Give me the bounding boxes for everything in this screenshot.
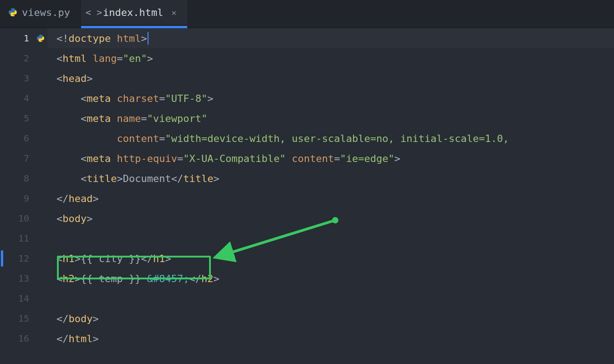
line-number: 2 <box>0 48 34 68</box>
line-number: 6 <box>0 128 34 148</box>
code-line[interactable]: <title>Document</title> <box>47 168 614 188</box>
tab-label: views.py <box>22 7 70 18</box>
code-line[interactable]: <meta name="viewport" <box>47 108 614 128</box>
gutter-icons <box>34 28 47 364</box>
line-number: 14 <box>0 288 34 308</box>
line-number: 15 <box>0 308 34 329</box>
line-number: 5 <box>0 108 34 128</box>
line-number: 4 <box>0 88 34 108</box>
code-line[interactable]: <head> <box>47 68 614 88</box>
caret <box>148 32 148 45</box>
close-icon[interactable]: ✕ <box>171 8 176 17</box>
tab-label: index.html <box>103 7 163 18</box>
code-line[interactable] <box>47 288 614 308</box>
line-number: 9 <box>0 188 34 208</box>
line-number: 3 <box>0 68 34 88</box>
tab-index-html[interactable]: < > index.html ✕ <box>81 0 187 25</box>
code-line[interactable]: <h2>{{ temp }} &#8457;</h2> <box>47 268 614 288</box>
code-line[interactable]: <meta http-equiv="X-UA-Compatible" conte… <box>47 148 614 168</box>
html-angle-brackets-icon: < > <box>89 8 98 17</box>
code-line[interactable]: <html lang="en"> <box>47 48 614 68</box>
line-number: 12 <box>0 248 34 268</box>
code-line[interactable]: <!doctype html> <box>47 28 614 48</box>
code-line[interactable]: </html> <box>47 329 614 349</box>
code-line[interactable]: </head> <box>47 188 614 208</box>
gutter-line-numbers: 1 2 3 4 5 6 7 8 9 10 11 12 13 14 15 16 <box>0 28 34 364</box>
line-number: 8 <box>0 168 34 188</box>
code-line[interactable]: </body> <box>47 308 614 329</box>
code-content[interactable]: <!doctype html> <html lang="en"> <head> … <box>47 28 614 364</box>
code-line[interactable]: <h1>{{ city }}</h1> <box>47 248 614 268</box>
line-number: 13 <box>0 268 34 288</box>
code-line[interactable] <box>47 228 614 248</box>
python-icon <box>8 8 17 17</box>
code-line[interactable]: <body> <box>47 208 614 228</box>
code-editor[interactable]: 1 2 3 4 5 6 7 8 9 10 11 12 13 14 15 16 <… <box>0 28 614 364</box>
python-icon <box>36 34 45 42</box>
line-number: 1 <box>0 28 34 48</box>
code-line[interactable]: <meta charset="UTF-8"> <box>47 88 614 108</box>
editor-app: views.py < > index.html ✕ 1 2 3 4 5 6 7 … <box>0 0 614 364</box>
code-line[interactable]: content="width=device-width, user-scalab… <box>47 128 614 148</box>
line-number: 10 <box>0 208 34 228</box>
line-number: 11 <box>0 228 34 248</box>
tab-bar: views.py < > index.html ✕ <box>0 0 614 28</box>
line-number: 16 <box>0 329 34 349</box>
line-number: 7 <box>0 148 34 168</box>
tab-views-py[interactable]: views.py <box>0 0 81 25</box>
